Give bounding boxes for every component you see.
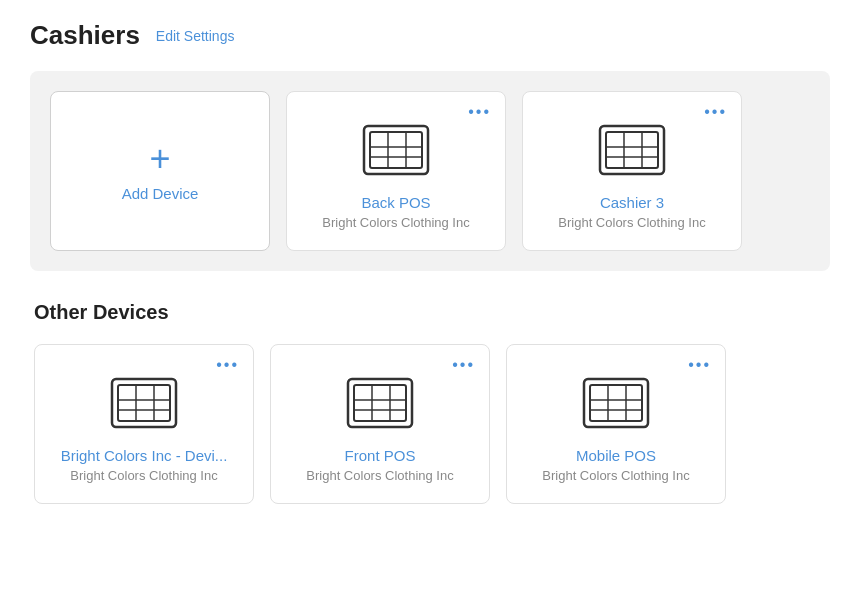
cashiers-cards-grid: + Add Device ••• Back POS Bright Colors … bbox=[50, 91, 810, 251]
device-card-bright-colors: ••• Bright Colors Inc - Devi... Bright C… bbox=[34, 344, 254, 504]
svg-rect-19 bbox=[118, 385, 170, 421]
device-store: Bright Colors Clothing Inc bbox=[306, 468, 453, 483]
svg-rect-30 bbox=[584, 379, 648, 427]
device-card-front-pos: ••• Front POS Bright Colors Clothing Inc bbox=[270, 344, 490, 504]
device-store: Bright Colors Clothing Inc bbox=[542, 468, 689, 483]
svg-rect-13 bbox=[606, 132, 658, 168]
device-store: Bright Colors Clothing Inc bbox=[70, 468, 217, 483]
add-device-card[interactable]: + Add Device bbox=[50, 91, 270, 251]
svg-rect-7 bbox=[370, 132, 422, 168]
pos-icon bbox=[360, 122, 432, 182]
device-name: Bright Colors Inc - Devi... bbox=[61, 447, 228, 464]
add-device-label: Add Device bbox=[122, 185, 199, 202]
cashiers-section: + Add Device ••• Back POS Bright Colors … bbox=[30, 71, 830, 271]
plus-icon: + bbox=[149, 141, 170, 177]
more-options-icon[interactable]: ••• bbox=[216, 357, 239, 373]
svg-rect-12 bbox=[600, 126, 664, 174]
device-name: Back POS bbox=[361, 194, 430, 211]
device-name: Mobile POS bbox=[576, 447, 656, 464]
device-card-back-pos: ••• Back POS Bright Colors Clothing Inc bbox=[286, 91, 506, 251]
more-options-icon[interactable]: ••• bbox=[688, 357, 711, 373]
other-devices-section: Other Devices ••• Bright Colors Inc - De… bbox=[30, 301, 830, 504]
device-name: Cashier 3 bbox=[600, 194, 664, 211]
more-options-icon[interactable]: ••• bbox=[452, 357, 475, 373]
svg-rect-25 bbox=[354, 385, 406, 421]
device-store: Bright Colors Clothing Inc bbox=[558, 215, 705, 230]
more-options-icon[interactable]: ••• bbox=[704, 104, 727, 120]
page-header: Cashiers Edit Settings bbox=[30, 20, 830, 51]
device-store: Bright Colors Clothing Inc bbox=[322, 215, 469, 230]
device-name: Front POS bbox=[345, 447, 416, 464]
pos-icon bbox=[596, 122, 668, 182]
other-devices-title: Other Devices bbox=[34, 301, 826, 324]
pos-icon bbox=[580, 375, 652, 435]
device-card-cashier3: ••• Cashier 3 Bright Colors Clothing Inc bbox=[522, 91, 742, 251]
svg-rect-31 bbox=[590, 385, 642, 421]
pos-icon bbox=[108, 375, 180, 435]
pos-icon bbox=[344, 375, 416, 435]
page-title: Cashiers bbox=[30, 20, 140, 51]
svg-rect-24 bbox=[348, 379, 412, 427]
svg-rect-6 bbox=[364, 126, 428, 174]
device-card-mobile-pos: ••• Mobile POS Bright Colors Clothing In… bbox=[506, 344, 726, 504]
svg-rect-18 bbox=[112, 379, 176, 427]
more-options-icon[interactable]: ••• bbox=[468, 104, 491, 120]
edit-settings-link[interactable]: Edit Settings bbox=[156, 28, 235, 44]
other-devices-grid: ••• Bright Colors Inc - Devi... Bright C… bbox=[34, 344, 826, 504]
